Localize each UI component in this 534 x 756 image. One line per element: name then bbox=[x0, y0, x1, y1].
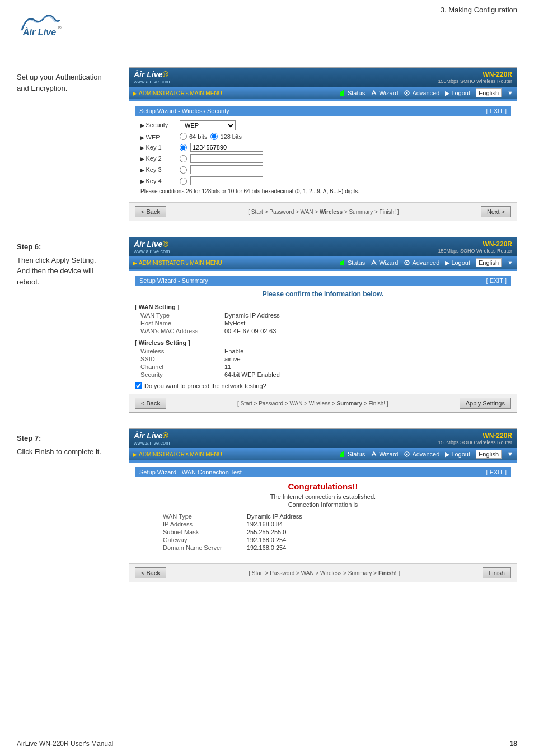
router-logo-2: Àir Live® www.airlive.com bbox=[134, 240, 170, 254]
key1-radio-group[interactable] bbox=[180, 144, 187, 151]
svg-rect-9 bbox=[341, 261, 343, 265]
congrats-subtitle: The Internet connection is established. bbox=[135, 493, 511, 500]
key1-input[interactable] bbox=[190, 143, 263, 152]
nav-wizard[interactable]: Wizard bbox=[371, 90, 398, 96]
page-header: 3. Making Configuration bbox=[0, 0, 534, 17]
wan-section: [ WAN Setting ] WAN Type Dynamic IP Addr… bbox=[135, 302, 511, 335]
key2-radio[interactable] bbox=[180, 155, 187, 162]
router-nav-2: ▶ ADMINISTRATOR's MAIN MENU Status Wizar… bbox=[129, 256, 517, 269]
key3-radio-group[interactable] bbox=[180, 166, 187, 174]
nav-language-1[interactable]: English bbox=[476, 88, 502, 97]
bits128-radio[interactable] bbox=[210, 133, 218, 140]
proceed-row: Do you want to proceed the network testi… bbox=[135, 382, 511, 389]
key2-row: Key 2 bbox=[135, 154, 511, 163]
svg-text:Àir Live: Àir Live bbox=[22, 27, 56, 37]
ssid-row: SSID airlive bbox=[135, 355, 511, 363]
back-button-3[interactable]: < Back bbox=[135, 567, 166, 578]
advanced-icon bbox=[404, 90, 410, 96]
exit-link-2[interactable]: [ EXIT ] bbox=[486, 277, 507, 284]
svg-point-13 bbox=[406, 262, 408, 264]
svg-rect-8 bbox=[340, 262, 341, 265]
nav-language-3[interactable]: English bbox=[476, 450, 502, 459]
exit-link-3[interactable]: [ EXIT ] bbox=[486, 469, 507, 475]
breadcrumb-3: [ Start > Password > WAN > Wireless > Su… bbox=[249, 570, 400, 576]
key3-input[interactable] bbox=[190, 165, 263, 174]
nav-main-menu-2[interactable]: ▶ ADMINISTRATOR's MAIN MENU bbox=[133, 260, 222, 266]
next-button-1[interactable]: Next > bbox=[481, 206, 511, 217]
router-content-1: Setup Wizard - Wireless Security [ EXIT … bbox=[129, 101, 517, 202]
security-label: Security bbox=[140, 120, 180, 128]
breadcrumb-2: [ Start > Password > WAN > Wireless > Su… bbox=[237, 400, 388, 407]
conn-wan-type-key: WAN Type bbox=[157, 513, 247, 520]
bits64-radio[interactable] bbox=[180, 133, 187, 140]
router-header-3: Àir Live® www.airlive.com WN-220R 150Mbp… bbox=[129, 429, 517, 448]
svg-rect-4 bbox=[343, 90, 344, 96]
nav-status-2[interactable]: Status bbox=[339, 259, 365, 266]
bits128-option[interactable]: 128 bits bbox=[210, 133, 242, 140]
nav-main-menu-3[interactable]: ▶ ADMINISTRATOR's MAIN MENU bbox=[133, 451, 222, 458]
nav-wizard-3[interactable]: Wizard bbox=[371, 451, 398, 458]
svg-rect-15 bbox=[341, 452, 343, 457]
router-nav-3: ▶ ADMINISTRATOR's MAIN MENU Status Wizar… bbox=[129, 448, 517, 460]
router-nav-1: ▶ ADMINISTRATOR's MAIN MENU Status Wizar… bbox=[129, 87, 517, 99]
key3-radio[interactable] bbox=[180, 166, 187, 174]
exit-link-1[interactable]: [ EXIT ] bbox=[486, 108, 507, 114]
dropdown-icon-2: ▼ bbox=[507, 259, 513, 266]
router-logo-1: Àir Live® www.airlive.com bbox=[134, 70, 170, 85]
nav-logout-2[interactable]: ▶ Logout bbox=[445, 259, 470, 267]
router-title-1: WN-220R 150Mbps SOHO Wireless Router bbox=[438, 71, 512, 84]
channel-key: Channel bbox=[135, 363, 224, 370]
wireless-key: Wireless bbox=[135, 348, 224, 354]
security-select[interactable]: WEP bbox=[180, 120, 236, 130]
router-ui-3: Àir Live® www.airlive.com WN-220R 150Mbp… bbox=[129, 428, 517, 582]
wan-mac-val: 00-4F-67-09-02-63 bbox=[224, 328, 276, 334]
wan-mac-key: WAN's MAC Address bbox=[135, 328, 224, 334]
nav-language-2[interactable]: English bbox=[476, 258, 502, 267]
nav-advanced-2[interactable]: Advanced bbox=[404, 259, 439, 266]
nav-status-3[interactable]: Status bbox=[339, 451, 365, 458]
key1-radio[interactable] bbox=[180, 144, 187, 151]
router-header-1: Àir Live® www.airlive.com WN-220R 150Mbp… bbox=[129, 68, 517, 87]
bits64-option[interactable]: 64 bits bbox=[180, 133, 207, 140]
key3-value bbox=[180, 165, 511, 174]
proceed-checkbox[interactable] bbox=[135, 382, 142, 389]
wireless-section: [ Wireless Setting ] Wireless Enable SSI… bbox=[135, 338, 511, 379]
nav-advanced-3[interactable]: Advanced bbox=[404, 451, 439, 458]
hint-text-1: Please conditions 26 for 128bits or 10 f… bbox=[135, 188, 511, 195]
key4-radio[interactable] bbox=[180, 178, 187, 185]
key4-radio-group[interactable] bbox=[180, 178, 187, 185]
nav-wizard-2[interactable]: Wizard bbox=[371, 259, 398, 266]
section-header-3: Setup Wizard - WAN Connection Test [ EXI… bbox=[135, 467, 511, 477]
svg-rect-2 bbox=[340, 92, 341, 96]
section-header-1: Setup Wizard - Wireless Security [ EXIT … bbox=[135, 106, 511, 116]
nav-status[interactable]: Status bbox=[339, 90, 365, 96]
key4-input[interactable] bbox=[190, 176, 263, 185]
nav-logout-1[interactable]: ▶ Logout bbox=[445, 90, 470, 97]
wan-section-title: [ WAN Setting ] bbox=[135, 302, 511, 311]
conn-gateway-val: 192.168.0.254 bbox=[247, 536, 286, 543]
brand-logo: Àir Live ® bbox=[17, 8, 67, 39]
conn-ip-row: IP Address 192.168.0.84 bbox=[157, 520, 511, 528]
conn-dns-val: 192.168.0.254 bbox=[247, 544, 286, 551]
wireless-section-title: [ Wireless Setting ] bbox=[135, 338, 511, 347]
nav-logout-3[interactable]: ▶ Logout bbox=[445, 451, 470, 458]
key2-radio-group[interactable] bbox=[180, 155, 187, 162]
footer-page-num: 18 bbox=[510, 740, 517, 748]
section3-label: Step 7: Click Finish to complete it. bbox=[17, 428, 129, 457]
wan-type-row: WAN Type Dynamic IP Address bbox=[135, 311, 511, 319]
confirm-title: Please confirm the information below. bbox=[135, 290, 511, 298]
router-ui-1: Àir Live® www.airlive.com WN-220R 150Mbp… bbox=[129, 67, 517, 221]
key1-value bbox=[180, 143, 511, 152]
nav-main-menu[interactable]: ▶ ADMINISTRATOR's MAIN MENU bbox=[133, 90, 222, 96]
key2-input[interactable] bbox=[190, 154, 263, 163]
wizard-icon bbox=[371, 90, 377, 96]
router-footer-3: < Back [ Start > Password > WAN > Wirele… bbox=[129, 563, 517, 582]
nav-advanced[interactable]: Advanced bbox=[404, 90, 439, 96]
back-button-2[interactable]: < Back bbox=[135, 398, 166, 409]
wep-value: 64 bits 128 bits bbox=[180, 133, 511, 140]
finish-button[interactable]: Finish bbox=[483, 567, 511, 578]
conn-wan-type-val: Dynamic IP Address bbox=[247, 513, 302, 520]
apply-button[interactable]: Apply Settings bbox=[460, 398, 511, 409]
key1-row: Key 1 bbox=[135, 143, 511, 152]
back-button-1[interactable]: < Back bbox=[135, 206, 166, 217]
